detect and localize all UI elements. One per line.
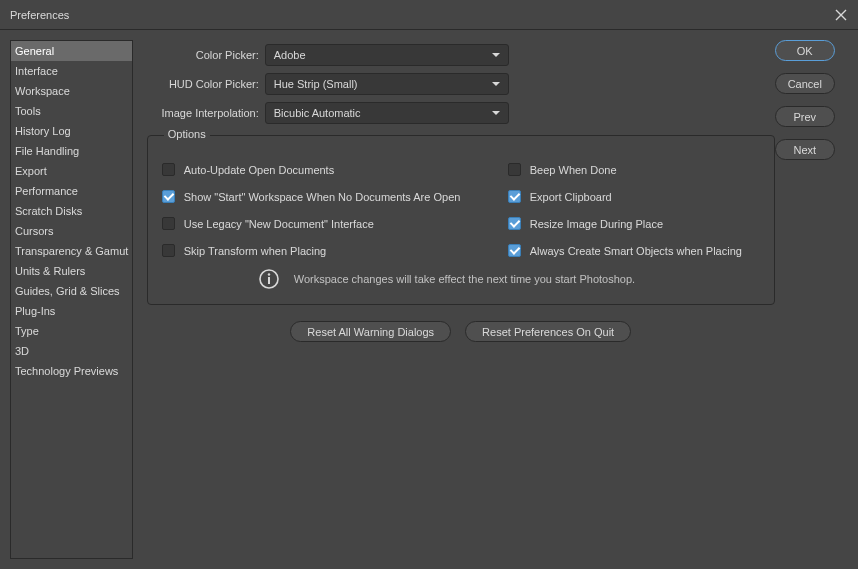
sidebar-item-tools[interactable]: Tools (11, 101, 132, 121)
category-sidebar: General Interface Workspace Tools Histor… (10, 40, 133, 559)
skip-transform-label: Skip Transform when Placing (184, 245, 326, 257)
dialog-buttons: OK Cancel Prev Next (775, 40, 848, 559)
sidebar-item-technology-previews[interactable]: Technology Previews (11, 361, 132, 381)
hud-color-picker-label: HUD Color Picker: (147, 78, 265, 90)
ok-button[interactable]: OK (775, 40, 835, 61)
sidebar-item-file-handling[interactable]: File Handling (11, 141, 132, 161)
sidebar-item-performance[interactable]: Performance (11, 181, 132, 201)
image-interpolation-label: Image Interpolation: (147, 107, 265, 119)
image-interpolation-value: Bicubic Automatic (274, 107, 361, 119)
beep-checkbox[interactable] (508, 163, 521, 176)
resize-image-label: Resize Image During Place (530, 218, 663, 230)
legacy-new-doc-label: Use Legacy "New Document" Interface (184, 218, 374, 230)
chevron-down-icon (492, 111, 500, 115)
hud-color-picker-select[interactable]: Hue Strip (Small) (265, 73, 509, 95)
next-button[interactable]: Next (775, 139, 835, 160)
sidebar-item-export[interactable]: Export (11, 161, 132, 181)
options-legend: Options (164, 128, 210, 140)
auto-update-checkbox[interactable] (162, 163, 175, 176)
export-clipboard-checkbox[interactable] (508, 190, 521, 203)
sidebar-item-general[interactable]: General (11, 41, 132, 61)
sidebar-item-plugins[interactable]: Plug-Ins (11, 301, 132, 321)
info-text: Workspace changes will take effect the n… (294, 273, 635, 285)
options-group: Options Auto-Update Open Documents Show … (147, 135, 775, 305)
sidebar-item-cursors[interactable]: Cursors (11, 221, 132, 241)
title-bar: Preferences (0, 0, 858, 30)
reset-warnings-button[interactable]: Reset All Warning Dialogs (290, 321, 451, 342)
show-start-checkbox[interactable] (162, 190, 175, 203)
color-picker-label: Color Picker: (147, 49, 265, 61)
svg-rect-2 (268, 277, 270, 284)
hud-color-picker-value: Hue Strip (Small) (274, 78, 358, 90)
legacy-new-doc-checkbox[interactable] (162, 217, 175, 230)
beep-label: Beep When Done (530, 164, 617, 176)
resize-image-checkbox[interactable] (508, 217, 521, 230)
sidebar-item-guides-grid-slices[interactable]: Guides, Grid & Slices (11, 281, 132, 301)
smart-objects-label: Always Create Smart Objects when Placing (530, 245, 742, 257)
sidebar-item-history-log[interactable]: History Log (11, 121, 132, 141)
cancel-button[interactable]: Cancel (775, 73, 835, 94)
color-picker-value: Adobe (274, 49, 306, 61)
auto-update-label: Auto-Update Open Documents (184, 164, 334, 176)
smart-objects-checkbox[interactable] (508, 244, 521, 257)
color-picker-select[interactable]: Adobe (265, 44, 509, 66)
skip-transform-checkbox[interactable] (162, 244, 175, 257)
sidebar-item-workspace[interactable]: Workspace (11, 81, 132, 101)
sidebar-item-type[interactable]: Type (11, 321, 132, 341)
main-panel: Color Picker: Adobe HUD Color Picker: Hu… (133, 40, 775, 559)
show-start-label: Show "Start" Workspace When No Documents… (184, 191, 461, 203)
window-title: Preferences (10, 9, 69, 21)
sidebar-item-scratch-disks[interactable]: Scratch Disks (11, 201, 132, 221)
sidebar-item-3d[interactable]: 3D (11, 341, 132, 361)
info-icon (258, 268, 280, 290)
sidebar-item-units-rulers[interactable]: Units & Rulers (11, 261, 132, 281)
close-icon[interactable] (834, 8, 848, 22)
sidebar-item-transparency-gamut[interactable]: Transparency & Gamut (11, 241, 132, 261)
chevron-down-icon (492, 82, 500, 86)
image-interpolation-select[interactable]: Bicubic Automatic (265, 102, 509, 124)
prev-button[interactable]: Prev (775, 106, 835, 127)
export-clipboard-label: Export Clipboard (530, 191, 612, 203)
reset-prefs-button[interactable]: Reset Preferences On Quit (465, 321, 631, 342)
svg-point-1 (268, 273, 270, 275)
sidebar-item-interface[interactable]: Interface (11, 61, 132, 81)
chevron-down-icon (492, 53, 500, 57)
